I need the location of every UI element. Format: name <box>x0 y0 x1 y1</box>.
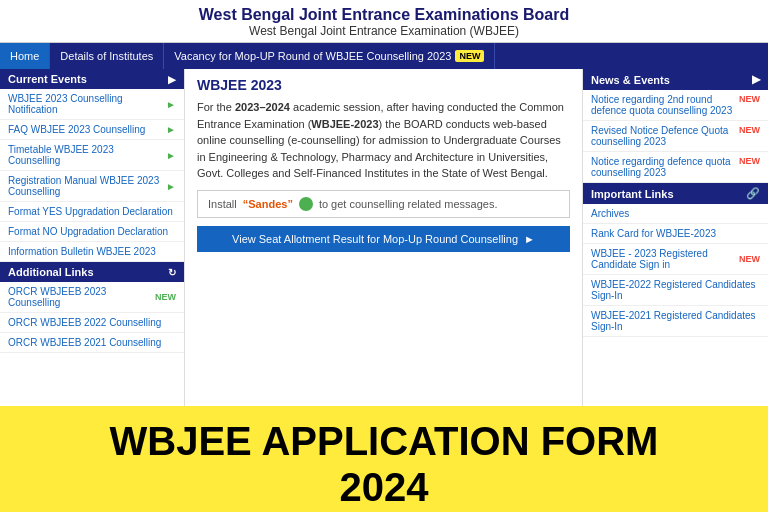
news-events-header: News & Events ▶ <box>583 69 768 90</box>
left-sidebar: Current Events ▶ WBJEE 2023 Counselling … <box>0 69 185 406</box>
sidebar-item[interactable]: Registration Manual WBJEE 2023 Counselli… <box>0 171 184 202</box>
sidebar-item[interactable]: WBJEE 2023 Counselling Notification ► <box>0 89 184 120</box>
new-badge: NEW <box>739 254 760 264</box>
sidebar-item[interactable]: Information Bulletin WBJEE 2023 <box>0 242 184 262</box>
new-badge: NEW <box>155 292 176 302</box>
imp-link-item[interactable]: WBJEE - 2023 Registered Candidate Sign i… <box>583 244 768 275</box>
arrow-icon: ► <box>166 181 176 192</box>
install-text: Install <box>208 198 237 210</box>
sidebar-item[interactable]: Format NO Upgradation Declaration <box>0 222 184 242</box>
new-badge: NEW <box>739 156 760 166</box>
page-title: West Bengal Joint Entrance Examinations … <box>0 6 768 24</box>
imp-link-item[interactable]: WBJEE-2022 Registered Candidates Sign-In <box>583 275 768 306</box>
nav-vacancy-badge: NEW <box>455 50 484 62</box>
result-arrow-icon: ► <box>524 233 535 245</box>
arrow-icon: ► <box>166 99 176 110</box>
news-item[interactable]: Revised Notice Defence Quota counselling… <box>583 121 768 152</box>
news-icon[interactable]: ▶ <box>752 73 760 86</box>
current-events-header: Current Events ▶ <box>0 69 184 89</box>
additional-links-icon[interactable]: ↻ <box>168 267 176 278</box>
install-message: to get counselling related messages. <box>319 198 498 210</box>
imp-link-item[interactable]: Rank Card for WBJEE-2023 <box>583 224 768 244</box>
sidebar-item[interactable]: Timetable WBJEE 2023 Counselling ► <box>0 140 184 171</box>
sandes-dot <box>299 197 313 211</box>
arrow-icon: ► <box>166 124 176 135</box>
page-header: West Bengal Joint Entrance Examinations … <box>0 0 768 43</box>
important-links-header: Important Links 🔗 <box>583 183 768 204</box>
imp-link-item[interactable]: WBJEE-2021 Registered Candidates Sign-In <box>583 306 768 337</box>
nav-institutes[interactable]: Details of Institutes <box>50 43 164 69</box>
right-sidebar: News & Events ▶ Notice regarding 2nd rou… <box>583 69 768 406</box>
news-item[interactable]: Notice regarding defence quota counselli… <box>583 152 768 183</box>
sandes-app: “Sandes” <box>243 198 293 210</box>
content-paragraph: For the 2023–2024 academic session, afte… <box>197 99 570 182</box>
sidebar-item[interactable]: FAQ WBJEE 2023 Counselling ► <box>0 120 184 140</box>
new-badge: NEW <box>739 94 760 104</box>
install-bar[interactable]: Install “Sandes” to get counselling rela… <box>197 190 570 218</box>
imp-link-item[interactable]: Archives <box>583 204 768 224</box>
sidebar-item[interactable]: ORCR WBJEEB 2023 Counselling NEW <box>0 282 184 313</box>
sidebar-item[interactable]: Format YES Upgradation Declaration <box>0 202 184 222</box>
view-result-button[interactable]: View Seat Allotment Result for Mop-Up Ro… <box>197 226 570 252</box>
nav-home[interactable]: Home <box>0 43 50 69</box>
sidebar-item[interactable]: ORCR WBJEEB 2022 Counselling <box>0 313 184 333</box>
nav-vacancy[interactable]: Vacancy for Mop-UP Round of WBJEE Counse… <box>164 43 495 69</box>
main-layout: Current Events ▶ WBJEE 2023 Counselling … <box>0 69 768 406</box>
sidebar-item[interactable]: ORCR WBJEEB 2021 Counselling <box>0 333 184 353</box>
bottom-banner: WBJEE APPLICATION FORM 2024 <box>0 406 768 512</box>
arrow-icon: ► <box>166 150 176 161</box>
page-subtitle: West Bengal Joint Entrance Examination (… <box>0 24 768 38</box>
news-item[interactable]: Notice regarding 2nd round defence quota… <box>583 90 768 121</box>
navbar: Home Details of Institutes Vacancy for M… <box>0 43 768 69</box>
new-badge: NEW <box>739 125 760 135</box>
links-icon[interactable]: 🔗 <box>746 187 760 200</box>
current-events-icon[interactable]: ▶ <box>168 74 176 85</box>
additional-links-header: Additional Links ↻ <box>0 262 184 282</box>
content-title: WBJEE 2023 <box>197 77 570 93</box>
banner-text: WBJEE APPLICATION FORM 2024 <box>110 418 659 510</box>
main-content: WBJEE 2023 For the 2023–2024 academic se… <box>185 69 583 406</box>
